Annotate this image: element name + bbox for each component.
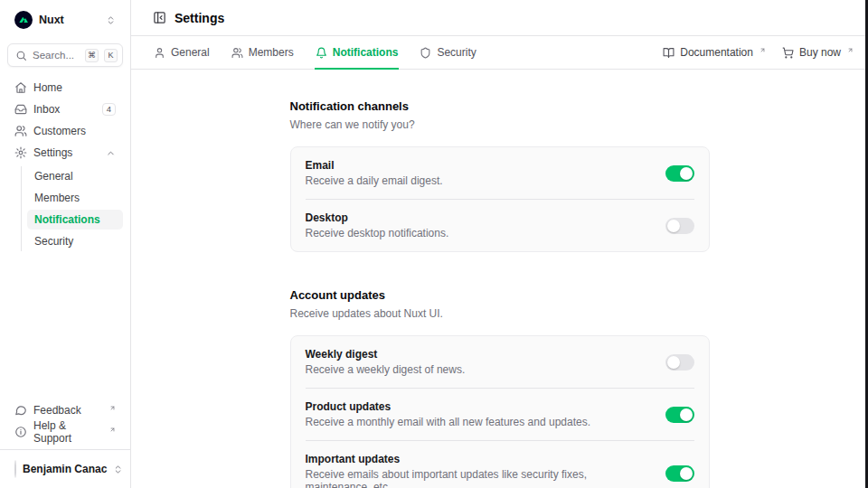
chevron-up-icon: [106, 148, 116, 158]
section-account-updates: Account updates Receive updates about Nu…: [290, 288, 710, 488]
tab-label: Members: [249, 46, 294, 59]
help-support-label: Help & Support: [33, 419, 102, 445]
nuxt-logo-icon: [14, 11, 33, 29]
settings-card: Email Receive a daily email digest. Desk…: [290, 146, 710, 252]
setting-row-email: Email Receive a daily email digest.: [306, 147, 694, 199]
users-icon: [14, 125, 27, 137]
home-icon: [14, 81, 27, 94]
setting-label: Product updates: [306, 400, 651, 413]
sidebar-item-inbox[interactable]: Inbox 4: [7, 99, 123, 119]
setting-description: Receive a weekly digest of news.: [306, 363, 651, 376]
important-updates-toggle[interactable]: [665, 465, 694, 482]
sidebar-item-members[interactable]: Members: [27, 188, 123, 208]
sidebar-item-label: Home: [33, 81, 116, 94]
external-link-icon: [109, 405, 116, 411]
sidebar: Nuxt ⌘ K Home Inbox 4: [0, 0, 131, 488]
setting-description: Receive emails about important updates l…: [306, 468, 651, 488]
setting-row-desktop: Desktop Receive desktop notifications.: [306, 199, 694, 251]
section-title: Notification channels: [290, 99, 710, 113]
sidebar-item-home[interactable]: Home: [7, 78, 123, 98]
help-support-link[interactable]: Help & Support: [7, 422, 123, 442]
users-icon: [231, 47, 243, 59]
sidebar-item-label: Settings: [33, 146, 99, 159]
message-circle-icon: [14, 404, 27, 417]
setting-label: Weekly digest: [306, 348, 651, 361]
documentation-label: Documentation: [680, 46, 753, 59]
chevrons-up-down-icon: [106, 15, 116, 25]
sidebar-item-notifications[interactable]: Notifications: [27, 210, 123, 230]
workspace-name: Nuxt: [39, 14, 99, 26]
setting-row-product-updates: Product updates Receive a monthly email …: [306, 388, 694, 440]
sidebar-footer: Feedback Help & Support: [7, 400, 123, 442]
setting-row-important-updates: Important updates Receive emails about i…: [306, 440, 694, 488]
tab-bar: General Members Notifications Security: [131, 36, 868, 70]
sidebar-item-label: Customers: [33, 125, 116, 137]
search-icon: [15, 50, 27, 61]
settings-card: Weekly digest Receive a weekly digest of…: [290, 335, 710, 488]
chevrons-up-down-icon: [113, 465, 123, 474]
settings-content: Notification channels Where can we notif…: [131, 70, 868, 488]
section-subtitle: Where can we notify you?: [290, 118, 710, 131]
tab-label: Security: [437, 46, 476, 59]
external-link-icon: [109, 427, 116, 433]
tab-general[interactable]: General: [153, 36, 211, 69]
book-open-icon: [663, 47, 675, 59]
tab-notifications[interactable]: Notifications: [315, 36, 400, 69]
feedback-link[interactable]: Feedback: [7, 400, 123, 420]
search-input[interactable]: [33, 50, 80, 61]
email-toggle[interactable]: [665, 165, 694, 182]
panel-left-close-icon[interactable]: [153, 11, 166, 24]
sidebar-nav: Home Inbox 4 Customers Settings: [7, 78, 123, 251]
section-title: Account updates: [290, 288, 710, 302]
settings-submenu: General Members Notifications Security: [7, 166, 123, 251]
external-link-icon: [847, 47, 854, 53]
setting-description: Receive a daily email digest.: [306, 174, 651, 187]
kbd-k: K: [104, 49, 118, 62]
buy-now-button[interactable]: Buy now: [782, 46, 854, 59]
setting-row-weekly-digest: Weekly digest Receive a weekly digest of…: [306, 336, 694, 388]
page-header: Settings: [131, 0, 868, 36]
sidebar-item-customers[interactable]: Customers: [7, 121, 123, 141]
gear-icon: [14, 146, 27, 159]
external-link-icon: [760, 47, 766, 53]
bell-icon: [316, 47, 327, 59]
main-panel: Settings General Members Notifications: [131, 0, 868, 488]
info-circle-icon: [14, 426, 27, 438]
shopping-cart-icon: [782, 47, 794, 59]
sidebar-item-label: Inbox: [33, 103, 96, 116]
section-subtitle: Receive updates about Nuxt UI.: [290, 307, 710, 320]
inbox-icon: [14, 103, 27, 116]
setting-label: Email: [306, 159, 651, 172]
inbox-count-badge: 4: [102, 103, 116, 116]
tab-label: Notifications: [333, 46, 399, 59]
setting-description: Receive desktop notifications.: [306, 227, 651, 239]
avatar: [14, 460, 16, 478]
sidebar-item-general[interactable]: General: [27, 166, 123, 186]
kbd-meta: ⌘: [85, 49, 99, 62]
setting-label: Desktop: [306, 211, 651, 224]
tab-security[interactable]: Security: [419, 36, 476, 69]
desktop-toggle[interactable]: [665, 218, 694, 234]
setting-description: Receive a monthly email with all new fea…: [306, 416, 651, 428]
user-name: Benjamin Canac: [23, 463, 107, 475]
tab-label: General: [171, 46, 210, 59]
search-input-wrap[interactable]: ⌘ K: [7, 43, 123, 67]
sidebar-item-settings[interactable]: Settings: [7, 143, 123, 163]
feedback-label: Feedback: [33, 404, 102, 417]
tab-members[interactable]: Members: [231, 36, 295, 69]
user-icon: [154, 47, 165, 59]
workspace-switcher[interactable]: Nuxt: [7, 9, 123, 31]
shield-icon: [420, 47, 431, 59]
page-title: Settings: [175, 11, 224, 25]
setting-label: Important updates: [306, 453, 651, 465]
section-notification-channels: Notification channels Where can we notif…: [290, 99, 710, 252]
user-menu[interactable]: Benjamin Canac: [7, 457, 123, 481]
documentation-button[interactable]: Documentation: [663, 46, 766, 59]
weekly-digest-toggle[interactable]: [665, 354, 694, 371]
sidebar-item-security[interactable]: Security: [27, 231, 123, 251]
buy-now-label: Buy now: [799, 46, 841, 59]
product-updates-toggle[interactable]: [665, 407, 694, 423]
sidebar-divider: [0, 449, 130, 450]
